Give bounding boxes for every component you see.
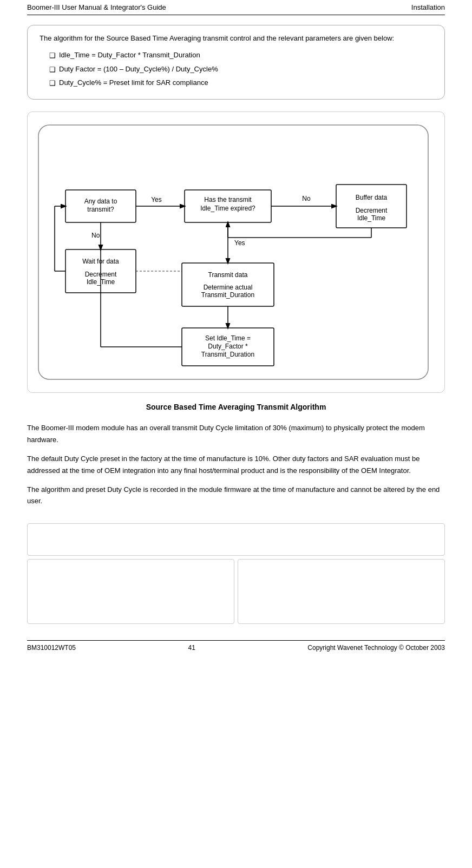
svg-text:Yes: Yes	[234, 239, 245, 247]
footer-box-wide-1	[27, 523, 445, 556]
footer-box-left	[27, 559, 234, 624]
flowchart-svg: Any data to transmit? Yes Has the transm…	[33, 117, 439, 387]
page: Boomer-III User Manual & Integrator's Gu…	[0, 0, 472, 868]
bullet-1: Idle_Time = Duty_Factor * Transmit_Durat…	[49, 50, 432, 62]
svg-text:Idle_Time: Idle_Time	[357, 214, 386, 222]
svg-text:Idle_Time expired?: Idle_Time expired?	[200, 205, 255, 212]
paragraph-3: The algorithm and preset Duty Cycle is r…	[27, 484, 445, 507]
intro-bullets: Idle_Time = Duty_Factor * Transmit_Durat…	[49, 50, 432, 89]
intro-lead: The algorithm for the Source Based Time …	[40, 33, 432, 44]
footer-boxes	[27, 523, 445, 624]
footer-left: BM310012WT05	[27, 644, 76, 652]
intro-box: The algorithm for the Source Based Time …	[27, 25, 445, 100]
footer-box-row-1	[27, 559, 445, 624]
svg-text:Yes: Yes	[151, 196, 162, 203]
svg-text:No: No	[302, 195, 311, 202]
page-footer: BM310012WT05 41 Copyright Wavenet Techno…	[27, 640, 445, 655]
svg-text:transmit?: transmit?	[87, 206, 114, 213]
header-left: Boomer-III User Manual & Integrator's Gu…	[27, 3, 166, 11]
footer-box-right	[238, 559, 445, 624]
svg-text:No: No	[91, 232, 100, 239]
bullet-3: Duty_Cycle% = Preset limit for SAR compl…	[49, 77, 432, 89]
svg-text:Transmit data: Transmit data	[208, 271, 248, 279]
paragraph-1: The Boomer-III modem module has an overa…	[27, 422, 445, 445]
bullet-2: Duty Factor = (100 – Duty_Cycle%) / Duty…	[49, 64, 432, 76]
svg-text:Duty_Factor *: Duty_Factor *	[208, 343, 248, 350]
svg-text:Set Idle_Time =: Set Idle_Time =	[205, 334, 251, 342]
header-right: Installation	[411, 3, 445, 11]
svg-text:Transmit_Duration: Transmit_Duration	[201, 291, 254, 299]
paragraph-2: The default Duty Cycle preset in the fac…	[27, 453, 445, 476]
svg-text:Transmit_Duration: Transmit_Duration	[201, 351, 254, 358]
footer-right: Copyright Wavenet Technology © October 2…	[307, 644, 445, 652]
svg-text:Any data to: Any data to	[84, 198, 117, 205]
footer-center: 41	[188, 644, 195, 652]
caption-text: Source Based Time Averaging Transmit Alg…	[146, 403, 326, 411]
page-header: Boomer-III User Manual & Integrator's Gu…	[27, 0, 445, 15]
svg-text:Determine actual: Determine actual	[204, 284, 253, 291]
flowchart-area: Any data to transmit? Yes Has the transm…	[27, 111, 445, 393]
svg-text:Buffer data: Buffer data	[356, 194, 388, 201]
flowchart-caption: Source Based Time Averaging Transmit Alg…	[27, 403, 445, 411]
svg-text:Decrement: Decrement	[356, 207, 388, 214]
svg-text:Has the transmit: Has the transmit	[204, 196, 252, 203]
